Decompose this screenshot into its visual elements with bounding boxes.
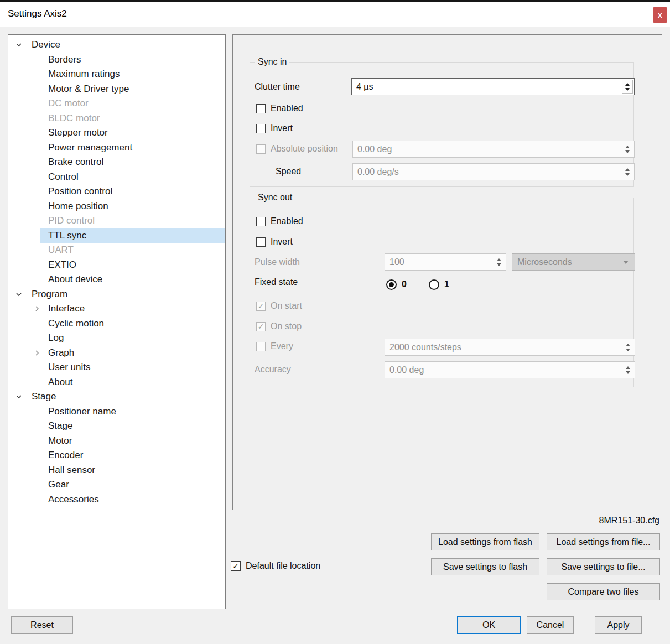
ok-button[interactable]: OK <box>457 616 521 634</box>
checkbox-box[interactable] <box>256 124 266 133</box>
tree-item-label: Power management <box>40 142 132 153</box>
checkbox-box[interactable] <box>256 104 266 113</box>
chevron-down-icon[interactable] <box>15 41 23 49</box>
spin-up-icon <box>626 366 630 369</box>
fixed-state-radio-1[interactable] <box>429 279 439 290</box>
tree-item-interface[interactable]: Interface <box>33 302 225 316</box>
tree-item-ttl-sync[interactable]: TTL sync <box>40 228 225 243</box>
spinner-buttons <box>494 255 505 269</box>
tree-item-log[interactable]: Log <box>40 331 225 346</box>
tree-item-dc-motor: DC motor <box>40 96 225 111</box>
tree-item-home-position[interactable]: Home position <box>40 199 225 214</box>
save-settings-to-flash-button[interactable]: Save settings to flash <box>431 558 539 575</box>
tree-item-motor[interactable]: Motor <box>40 434 225 449</box>
compare-two-files-button[interactable]: Compare two files <box>547 583 660 600</box>
tree-item-about-device[interactable]: About device <box>40 272 225 287</box>
cancel-button[interactable]: Cancel <box>527 616 574 634</box>
tree-section-program[interactable]: Program <box>8 287 225 302</box>
tree-item-gear[interactable]: Gear <box>40 477 225 492</box>
tree-item-motor-driver-type[interactable]: Motor & Driver type <box>40 82 225 97</box>
chevron-right-icon[interactable] <box>33 305 41 313</box>
tree-item-label: DC motor <box>40 98 89 109</box>
tree-item-accessories[interactable]: Accessories <box>40 492 225 507</box>
default-file-location-checkbox[interactable]: ✓ Default file location <box>231 561 320 571</box>
clutter-time-value[interactable]: 4 µs <box>352 79 622 95</box>
tree-item-brake-control[interactable]: Brake control <box>40 155 225 170</box>
window-title: Settings Axis2 <box>8 8 67 19</box>
chevron-down-icon[interactable] <box>15 290 23 298</box>
spinner-buttons <box>622 363 633 377</box>
checkbox-box <box>256 342 266 351</box>
sync-out-group: Sync out <box>250 198 634 387</box>
checkbox-box[interactable] <box>256 217 266 226</box>
tree-item-label: About device <box>40 274 102 285</box>
tree-item-label: Position control <box>40 186 112 197</box>
tree-item-user-units[interactable]: User units <box>40 360 225 375</box>
tree-item-label: Stage <box>40 420 72 432</box>
load-settings-from-flash-button[interactable]: Load settings from flash <box>431 533 539 550</box>
sync-in-invert-checkbox[interactable]: Invert <box>256 123 293 133</box>
tree-item-borders[interactable]: Borders <box>40 53 225 67</box>
tree-item-graph[interactable]: Graph <box>33 346 225 361</box>
clutter-time-spinbox[interactable]: 4 µs <box>351 78 635 95</box>
apply-button[interactable]: Apply <box>595 616 642 634</box>
tree-item-positioner-name[interactable]: Positioner name <box>40 404 225 419</box>
tree-item-stepper-motor[interactable]: Stepper motor <box>40 126 225 141</box>
config-filename: 8MR151-30.cfg <box>599 516 659 526</box>
clutter-time-label: Clutter time <box>255 81 300 92</box>
every-spinbox: 2000 counts/steps <box>385 339 635 356</box>
tree-item-cyclic-motion[interactable]: Cyclic motion <box>40 316 225 331</box>
tree-section-device[interactable]: Device <box>8 38 225 53</box>
spinner-buttons[interactable] <box>622 80 633 94</box>
tree-item-label: About <box>40 377 72 388</box>
fixed-state-radio-0[interactable] <box>386 279 397 290</box>
fixed-state-radio-1-label[interactable]: 1 <box>444 279 449 289</box>
tree-item-label: User units <box>40 362 91 373</box>
save-settings-to-file-button[interactable]: Save settings to file... <box>547 558 660 575</box>
tree-item-label: Graph <box>41 347 74 359</box>
tree-item-label: Log <box>40 333 64 344</box>
tree-item-position-control[interactable]: Position control <box>40 184 225 199</box>
spin-up-icon[interactable] <box>625 83 630 86</box>
checkbox-label: Default file location <box>246 561 320 571</box>
spin-up-icon <box>497 258 501 261</box>
sync-out-enabled-checkbox[interactable]: Enabled <box>256 216 303 226</box>
tree-item-label: Positioner name <box>40 406 116 417</box>
checkbox-label: Enabled <box>271 103 303 113</box>
tree-item-about[interactable]: About <box>40 375 225 390</box>
tree-item-label: UART <box>40 245 74 256</box>
tree-section-label: Stage <box>32 391 56 402</box>
pulse-width-value: 100 <box>385 254 494 270</box>
pulse-width-label: Pulse width <box>255 257 300 268</box>
tree-item-hall-sensor[interactable]: Hall sensor <box>40 463 225 478</box>
tree-item-power-management[interactable]: Power management <box>40 141 225 155</box>
sync-out-group-title: Sync out <box>255 193 295 202</box>
sync-in-enabled-checkbox[interactable]: Enabled <box>256 103 303 113</box>
tree-item-maximum-ratings[interactable]: Maximum ratings <box>40 67 225 82</box>
tree-item-stage[interactable]: Stage <box>40 419 225 434</box>
load-settings-from-file-button[interactable]: Load settings from file... <box>547 533 660 550</box>
tree-item-extio[interactable]: EXTIO <box>40 258 225 273</box>
every-value: 2000 counts/steps <box>385 339 622 355</box>
absolute-position-spinbox: 0.00 deg <box>352 141 635 158</box>
tree-section-stage[interactable]: Stage <box>8 389 225 404</box>
tree-item-label: Interface <box>41 303 85 314</box>
checkbox-box[interactable] <box>256 237 266 247</box>
fixed-state-radio-0-label[interactable]: 0 <box>402 279 407 289</box>
tree-item-label: EXTIO <box>40 259 76 271</box>
chevron-down-icon[interactable] <box>15 393 23 401</box>
tree-item-label: Encoder <box>40 450 83 461</box>
reset-button[interactable]: Reset <box>11 616 73 634</box>
speed-value: 0.00 deg/s <box>353 164 622 180</box>
sync-in-group-title: Sync in <box>255 57 289 67</box>
pulse-width-unit-value: Microseconds <box>512 257 623 267</box>
spin-down-icon[interactable] <box>625 88 630 91</box>
chevron-right-icon[interactable] <box>33 349 41 357</box>
tree-item-encoder[interactable]: Encoder <box>40 448 225 463</box>
sync-out-invert-checkbox[interactable]: Invert <box>256 237 293 247</box>
tree-item-control[interactable]: Control <box>40 170 225 185</box>
speed-spinbox: 0.00 deg/s <box>352 163 635 180</box>
checkbox-box[interactable]: ✓ <box>231 561 241 571</box>
settings-tree: DeviceBordersMaximum ratingsMotor & Driv… <box>8 34 226 609</box>
close-button[interactable]: x <box>653 7 667 23</box>
